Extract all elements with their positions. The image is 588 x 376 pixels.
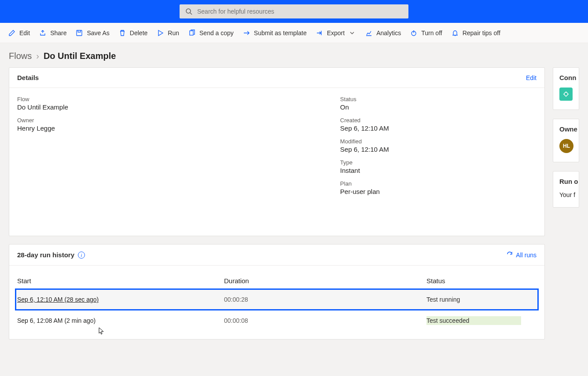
chevron-down-icon (348, 29, 356, 37)
send-copy-button[interactable]: Send a copy (187, 27, 235, 39)
connections-title: Conn (559, 74, 573, 81)
delete-button[interactable]: Delete (118, 27, 148, 39)
run-only-title: Run o (559, 178, 573, 185)
history-row[interactable]: Sep 6, 12:08 AM (2 min ago)00:00:08Test … (15, 310, 538, 331)
export-icon (316, 29, 323, 37)
modified-label: Modified (340, 138, 537, 145)
submit-template-button[interactable]: Submit as template (242, 27, 308, 39)
submit-template-label: Submit as template (254, 29, 307, 37)
submit-icon (243, 29, 250, 37)
analytics-icon (365, 29, 373, 37)
owner-avatar[interactable]: HL (559, 139, 573, 153)
flow-label: Flow (17, 96, 331, 102)
search-icon (185, 7, 193, 15)
history-row-status: Test running (426, 295, 537, 304)
svg-rect-3 (190, 31, 193, 35)
save-as-button[interactable]: Save As (74, 27, 110, 39)
owner-value: Henry Legge (17, 124, 331, 132)
analytics-button[interactable]: Analytics (364, 27, 402, 39)
breadcrumb-root[interactable]: Flows (9, 51, 32, 61)
plan-label: Plan (340, 180, 537, 187)
chevron-right-icon: › (36, 51, 39, 61)
save-as-label: Save As (87, 29, 109, 37)
all-runs-label: All runs (516, 252, 537, 259)
run-label: Run (168, 29, 179, 37)
flow-value: Do Until Example (17, 103, 331, 111)
info-icon[interactable]: i (78, 252, 85, 259)
pencil-icon (8, 29, 16, 37)
command-bar: Edit Share Save As Delete Run Send a cop… (0, 23, 588, 43)
save-icon (75, 29, 83, 37)
run-button[interactable]: Run (155, 27, 180, 39)
type-label: Type (340, 159, 537, 166)
play-icon (156, 29, 164, 37)
history-row-duration: 00:00:28 (224, 296, 426, 303)
owners-title: Owne (559, 125, 573, 133)
run-only-text: Your f (559, 191, 573, 198)
export-button[interactable]: Export (315, 27, 357, 39)
history-title: 28-day run history (17, 251, 74, 259)
share-icon (39, 29, 47, 37)
app-header (0, 0, 588, 23)
col-start: Start (17, 277, 224, 285)
status-value: On (340, 103, 537, 111)
svg-line-1 (190, 13, 192, 15)
edit-label: Edit (19, 29, 30, 37)
status-label: Status (340, 96, 537, 102)
export-label: Export (327, 29, 345, 37)
turn-off-button[interactable]: Turn off (409, 27, 443, 39)
analytics-label: Analytics (376, 29, 401, 37)
connection-icon[interactable] (559, 88, 573, 101)
power-icon (410, 29, 418, 37)
connections-card: Conn (553, 67, 579, 110)
send-copy-label: Send a copy (199, 29, 234, 37)
svg-rect-2 (77, 30, 82, 36)
edit-button[interactable]: Edit (7, 27, 31, 39)
history-row[interactable]: Sep 6, 12:10 AM (28 sec ago)00:00:28Test… (15, 289, 538, 310)
run-history-card: 28-day run history i All runs Start Dura… (9, 244, 545, 339)
turn-off-label: Turn off (421, 29, 442, 37)
history-row-start[interactable]: Sep 6, 12:08 AM (2 min ago) (17, 317, 224, 324)
trash-icon (118, 29, 126, 37)
share-label: Share (50, 29, 66, 37)
breadcrumb-current: Do Until Example (44, 51, 116, 61)
type-value: Instant (340, 167, 537, 174)
svg-point-0 (186, 9, 191, 13)
search-input[interactable] (197, 8, 403, 15)
history-row-duration: 00:00:08 (224, 317, 426, 324)
details-card: Details Edit Flow Do Until Example Owner… (9, 67, 545, 236)
created-label: Created (340, 117, 537, 124)
details-edit-link[interactable]: Edit (526, 74, 537, 81)
owner-label: Owner (17, 117, 331, 124)
plan-value: Per-user plan (340, 188, 537, 195)
repair-tips-button[interactable]: Repair tips off (450, 27, 501, 39)
created-value: Sep 6, 12:10 AM (340, 124, 537, 132)
bell-icon (451, 29, 459, 37)
copy-icon (188, 29, 196, 37)
svg-point-5 (564, 92, 568, 96)
global-search[interactable] (180, 4, 408, 18)
col-status: Status (426, 277, 537, 285)
col-duration: Duration (224, 277, 426, 285)
history-row-start[interactable]: Sep 6, 12:10 AM (28 sec ago) (17, 296, 224, 303)
owners-card: Owne HL (553, 119, 579, 162)
modified-value: Sep 6, 12:10 AM (340, 146, 537, 153)
details-title: Details (17, 74, 39, 81)
history-row-status: Test succeeded (426, 316, 537, 325)
run-only-card: Run o Your f (553, 171, 579, 208)
repair-tips-label: Repair tips off (463, 29, 500, 37)
history-columns: Start Duration Status (15, 273, 538, 289)
refresh-icon (506, 251, 513, 259)
all-runs-link[interactable]: All runs (506, 251, 537, 259)
breadcrumb: Flows › Do Until Example (0, 43, 588, 67)
delete-label: Delete (130, 29, 147, 37)
share-button[interactable]: Share (38, 27, 67, 39)
